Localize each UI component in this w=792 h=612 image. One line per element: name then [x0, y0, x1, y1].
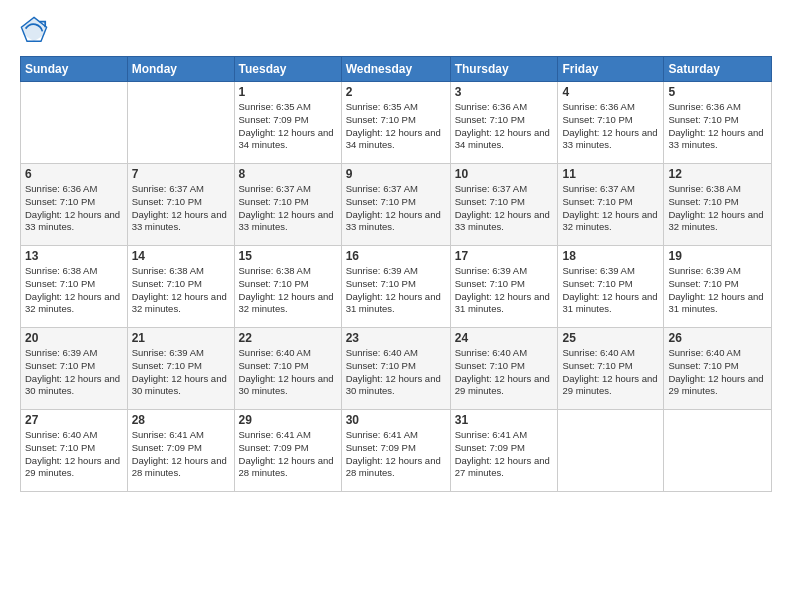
day-info: Sunrise: 6:41 AM Sunset: 7:09 PM Dayligh…	[455, 429, 554, 480]
day-number: 8	[239, 167, 337, 181]
page: SundayMondayTuesdayWednesdayThursdayFrid…	[0, 0, 792, 612]
day-number: 7	[132, 167, 230, 181]
day-info: Sunrise: 6:41 AM Sunset: 7:09 PM Dayligh…	[239, 429, 337, 480]
day-number: 22	[239, 331, 337, 345]
calendar-cell: 20Sunrise: 6:39 AM Sunset: 7:10 PM Dayli…	[21, 328, 128, 410]
calendar-cell: 12Sunrise: 6:38 AM Sunset: 7:10 PM Dayli…	[664, 164, 772, 246]
calendar-cell: 14Sunrise: 6:38 AM Sunset: 7:10 PM Dayli…	[127, 246, 234, 328]
calendar-cell: 3Sunrise: 6:36 AM Sunset: 7:10 PM Daylig…	[450, 82, 558, 164]
calendar-cell: 2Sunrise: 6:35 AM Sunset: 7:10 PM Daylig…	[341, 82, 450, 164]
calendar-cell: 17Sunrise: 6:39 AM Sunset: 7:10 PM Dayli…	[450, 246, 558, 328]
day-number: 29	[239, 413, 337, 427]
day-number: 28	[132, 413, 230, 427]
day-info: Sunrise: 6:35 AM Sunset: 7:09 PM Dayligh…	[239, 101, 337, 152]
logo-icon	[20, 16, 48, 44]
calendar-cell	[21, 82, 128, 164]
day-info: Sunrise: 6:37 AM Sunset: 7:10 PM Dayligh…	[455, 183, 554, 234]
calendar-cell: 26Sunrise: 6:40 AM Sunset: 7:10 PM Dayli…	[664, 328, 772, 410]
calendar-cell: 18Sunrise: 6:39 AM Sunset: 7:10 PM Dayli…	[558, 246, 664, 328]
calendar-cell: 22Sunrise: 6:40 AM Sunset: 7:10 PM Dayli…	[234, 328, 341, 410]
calendar-cell: 7Sunrise: 6:37 AM Sunset: 7:10 PM Daylig…	[127, 164, 234, 246]
calendar-cell: 27Sunrise: 6:40 AM Sunset: 7:10 PM Dayli…	[21, 410, 128, 492]
calendar-cell: 19Sunrise: 6:39 AM Sunset: 7:10 PM Dayli…	[664, 246, 772, 328]
day-info: Sunrise: 6:40 AM Sunset: 7:10 PM Dayligh…	[25, 429, 123, 480]
calendar-header-tuesday: Tuesday	[234, 57, 341, 82]
day-number: 25	[562, 331, 659, 345]
calendar-week-4: 20Sunrise: 6:39 AM Sunset: 7:10 PM Dayli…	[21, 328, 772, 410]
calendar-cell: 11Sunrise: 6:37 AM Sunset: 7:10 PM Dayli…	[558, 164, 664, 246]
day-info: Sunrise: 6:39 AM Sunset: 7:10 PM Dayligh…	[562, 265, 659, 316]
calendar-cell: 10Sunrise: 6:37 AM Sunset: 7:10 PM Dayli…	[450, 164, 558, 246]
day-number: 30	[346, 413, 446, 427]
calendar-week-5: 27Sunrise: 6:40 AM Sunset: 7:10 PM Dayli…	[21, 410, 772, 492]
calendar-cell: 13Sunrise: 6:38 AM Sunset: 7:10 PM Dayli…	[21, 246, 128, 328]
day-number: 5	[668, 85, 767, 99]
calendar-cell: 29Sunrise: 6:41 AM Sunset: 7:09 PM Dayli…	[234, 410, 341, 492]
day-number: 13	[25, 249, 123, 263]
day-info: Sunrise: 6:37 AM Sunset: 7:10 PM Dayligh…	[132, 183, 230, 234]
calendar-cell: 21Sunrise: 6:39 AM Sunset: 7:10 PM Dayli…	[127, 328, 234, 410]
day-info: Sunrise: 6:37 AM Sunset: 7:10 PM Dayligh…	[346, 183, 446, 234]
day-number: 9	[346, 167, 446, 181]
day-number: 4	[562, 85, 659, 99]
day-info: Sunrise: 6:36 AM Sunset: 7:10 PM Dayligh…	[25, 183, 123, 234]
calendar-week-2: 6Sunrise: 6:36 AM Sunset: 7:10 PM Daylig…	[21, 164, 772, 246]
day-number: 19	[668, 249, 767, 263]
day-info: Sunrise: 6:39 AM Sunset: 7:10 PM Dayligh…	[132, 347, 230, 398]
calendar-cell: 24Sunrise: 6:40 AM Sunset: 7:10 PM Dayli…	[450, 328, 558, 410]
day-number: 17	[455, 249, 554, 263]
day-info: Sunrise: 6:39 AM Sunset: 7:10 PM Dayligh…	[25, 347, 123, 398]
calendar-cell: 6Sunrise: 6:36 AM Sunset: 7:10 PM Daylig…	[21, 164, 128, 246]
day-number: 18	[562, 249, 659, 263]
calendar-header-friday: Friday	[558, 57, 664, 82]
day-info: Sunrise: 6:35 AM Sunset: 7:10 PM Dayligh…	[346, 101, 446, 152]
calendar: SundayMondayTuesdayWednesdayThursdayFrid…	[20, 56, 772, 492]
calendar-header-wednesday: Wednesday	[341, 57, 450, 82]
day-info: Sunrise: 6:39 AM Sunset: 7:10 PM Dayligh…	[668, 265, 767, 316]
day-number: 11	[562, 167, 659, 181]
day-info: Sunrise: 6:40 AM Sunset: 7:10 PM Dayligh…	[562, 347, 659, 398]
day-info: Sunrise: 6:36 AM Sunset: 7:10 PM Dayligh…	[668, 101, 767, 152]
day-number: 24	[455, 331, 554, 345]
day-info: Sunrise: 6:40 AM Sunset: 7:10 PM Dayligh…	[455, 347, 554, 398]
calendar-cell: 9Sunrise: 6:37 AM Sunset: 7:10 PM Daylig…	[341, 164, 450, 246]
calendar-cell: 25Sunrise: 6:40 AM Sunset: 7:10 PM Dayli…	[558, 328, 664, 410]
calendar-cell: 16Sunrise: 6:39 AM Sunset: 7:10 PM Dayli…	[341, 246, 450, 328]
day-info: Sunrise: 6:40 AM Sunset: 7:10 PM Dayligh…	[239, 347, 337, 398]
calendar-cell: 4Sunrise: 6:36 AM Sunset: 7:10 PM Daylig…	[558, 82, 664, 164]
calendar-cell: 28Sunrise: 6:41 AM Sunset: 7:09 PM Dayli…	[127, 410, 234, 492]
day-number: 21	[132, 331, 230, 345]
calendar-week-1: 1Sunrise: 6:35 AM Sunset: 7:09 PM Daylig…	[21, 82, 772, 164]
logo	[20, 16, 50, 46]
day-info: Sunrise: 6:37 AM Sunset: 7:10 PM Dayligh…	[562, 183, 659, 234]
day-number: 3	[455, 85, 554, 99]
day-info: Sunrise: 6:39 AM Sunset: 7:10 PM Dayligh…	[455, 265, 554, 316]
day-number: 1	[239, 85, 337, 99]
day-number: 20	[25, 331, 123, 345]
day-number: 26	[668, 331, 767, 345]
day-info: Sunrise: 6:38 AM Sunset: 7:10 PM Dayligh…	[25, 265, 123, 316]
day-info: Sunrise: 6:37 AM Sunset: 7:10 PM Dayligh…	[239, 183, 337, 234]
day-number: 14	[132, 249, 230, 263]
day-number: 10	[455, 167, 554, 181]
calendar-cell: 30Sunrise: 6:41 AM Sunset: 7:09 PM Dayli…	[341, 410, 450, 492]
day-info: Sunrise: 6:38 AM Sunset: 7:10 PM Dayligh…	[239, 265, 337, 316]
calendar-header-sunday: Sunday	[21, 57, 128, 82]
day-number: 15	[239, 249, 337, 263]
calendar-cell: 1Sunrise: 6:35 AM Sunset: 7:09 PM Daylig…	[234, 82, 341, 164]
calendar-header-saturday: Saturday	[664, 57, 772, 82]
day-number: 16	[346, 249, 446, 263]
calendar-header-thursday: Thursday	[450, 57, 558, 82]
header	[20, 16, 772, 46]
day-info: Sunrise: 6:40 AM Sunset: 7:10 PM Dayligh…	[668, 347, 767, 398]
calendar-cell: 15Sunrise: 6:38 AM Sunset: 7:10 PM Dayli…	[234, 246, 341, 328]
day-number: 27	[25, 413, 123, 427]
day-number: 12	[668, 167, 767, 181]
calendar-cell	[127, 82, 234, 164]
calendar-cell: 31Sunrise: 6:41 AM Sunset: 7:09 PM Dayli…	[450, 410, 558, 492]
day-info: Sunrise: 6:36 AM Sunset: 7:10 PM Dayligh…	[562, 101, 659, 152]
calendar-week-3: 13Sunrise: 6:38 AM Sunset: 7:10 PM Dayli…	[21, 246, 772, 328]
calendar-cell: 8Sunrise: 6:37 AM Sunset: 7:10 PM Daylig…	[234, 164, 341, 246]
calendar-cell: 5Sunrise: 6:36 AM Sunset: 7:10 PM Daylig…	[664, 82, 772, 164]
day-info: Sunrise: 6:41 AM Sunset: 7:09 PM Dayligh…	[346, 429, 446, 480]
